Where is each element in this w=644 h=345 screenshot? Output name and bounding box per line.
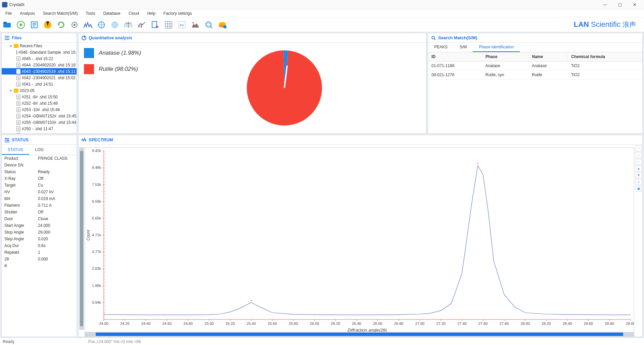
file-tree[interactable]: ▾Recent Files#046 -Standard Sample .shd …	[2, 43, 77, 133]
file-row[interactable]: #251 -8# .shd 15:50	[2, 94, 77, 100]
radiation-icon[interactable]	[42, 19, 54, 31]
file-row[interactable]: #043 -2304902019 .shd 15:11	[2, 68, 77, 75]
svg-text:27.40: 27.40	[457, 322, 467, 326]
file-row[interactable]: #045 - .shd 15:22	[2, 55, 77, 62]
up-tri-icon[interactable]: ▲	[636, 165, 642, 171]
spectrum-vscroll[interactable]	[79, 147, 84, 330]
svg-point-43	[223, 25, 227, 29]
h-arrows-icon[interactable]: ↔	[636, 159, 642, 165]
table-header[interactable]: Name	[528, 52, 568, 61]
table-icon[interactable]: ▦	[636, 186, 642, 192]
file-icon	[16, 50, 17, 55]
menubar: FileAnalysisSearch Match(S/M)ToolsDataba…	[0, 9, 644, 17]
h-arrows-icon[interactable]: ↔	[636, 152, 642, 158]
menu-file[interactable]: File	[1, 10, 16, 17]
file-icon	[16, 63, 20, 67]
refresh-icon[interactable]	[55, 19, 67, 31]
menu-search-match-s-m-[interactable]: Search Match(S/M)	[39, 10, 82, 17]
play-icon[interactable]	[15, 19, 27, 31]
status-row: Step Angle0.020	[2, 236, 77, 242]
file-icon	[16, 120, 20, 125]
files-panel-title: Files	[12, 35, 22, 40]
tab-log[interactable]: LOG	[29, 145, 50, 155]
table-header[interactable]: Chemical formula	[568, 52, 642, 61]
svg-text:5.65k: 5.65k	[92, 216, 101, 220]
tab-s-m[interactable]: S/M	[454, 43, 473, 52]
chart-mix-icon[interactable]	[136, 19, 148, 31]
dots-icon[interactable]: ⋯	[636, 145, 642, 151]
file-icon	[16, 95, 20, 99]
down-tri-icon[interactable]: ▼	[636, 172, 642, 178]
file-row[interactable]: #255 -GBW07153# .shd 15:44	[2, 119, 77, 126]
search-icon	[431, 35, 436, 41]
spectrum-panel: SPECTRUM 0.94k1.88k2.83k3.77k4.71k5.65k6…	[78, 135, 643, 337]
folder-icon	[14, 89, 18, 93]
grid-edit-icon[interactable]	[163, 19, 175, 31]
svg-text:24.20: 24.20	[120, 322, 130, 326]
svg-rect-27	[165, 21, 172, 28]
status-row: Filament0.711 A	[2, 202, 77, 209]
legend-swatch	[84, 48, 94, 58]
peaks-icon[interactable]	[82, 19, 94, 31]
fingerprint-icon[interactable]	[109, 19, 121, 31]
tab-phase-identification[interactable]: Phase identification	[473, 43, 520, 52]
mountain-icon[interactable]	[189, 19, 201, 31]
fit-icon[interactable]: ⤢	[636, 179, 642, 185]
spectrum-hscroll[interactable]	[85, 332, 634, 337]
tab-peaks[interactable]: PEAKS	[428, 43, 454, 52]
svg-text:7.53k: 7.53k	[92, 183, 101, 187]
cloud-db-icon[interactable]	[216, 19, 228, 31]
status-row: MA0.019 mA	[2, 195, 77, 202]
menu-tools[interactable]: Tools	[82, 10, 99, 17]
svg-rect-1	[3, 22, 7, 23]
scale-icon[interactable]	[122, 19, 134, 31]
file-row[interactable]: #253 -10# .shd 15:46	[2, 106, 77, 113]
menu-database[interactable]: Database	[99, 10, 124, 17]
brand-cn: 浪声	[623, 20, 636, 29]
bg-icon[interactable]: BG	[176, 19, 188, 31]
svg-text:24.00: 24.00	[99, 322, 108, 326]
table-row[interactable]: 00-021-1276Rutile, synRutileTiO2	[428, 70, 642, 80]
file-icon	[16, 114, 20, 118]
file-row[interactable]: #041 - .shd 14:51	[2, 81, 77, 87]
table-header[interactable]: Phase	[482, 52, 528, 61]
folder-row[interactable]: ▾2023-05	[2, 87, 77, 94]
svg-text:6.59k: 6.59k	[92, 199, 101, 203]
table-header[interactable]: ID	[428, 52, 482, 61]
svg-point-12	[74, 24, 76, 26]
svg-text:24.40: 24.40	[141, 322, 151, 326]
close-button[interactable]: ✕	[627, 0, 642, 9]
globe-search-icon[interactable]	[203, 19, 215, 31]
gear-icon[interactable]	[68, 19, 81, 31]
file-row[interactable]: #042 -2304902021 .shd 15:02	[2, 75, 77, 81]
menu-cloud[interactable]: Cloud	[125, 10, 143, 17]
svg-point-17	[113, 23, 117, 27]
maximize-button[interactable]: ▢	[612, 0, 627, 9]
folder-row[interactable]: ▾Recent Files	[2, 43, 77, 49]
table-row[interactable]: 01-071-1168AnataseAnataseTiO2	[428, 61, 642, 70]
svg-text:29.00: 29.00	[626, 322, 634, 326]
svg-text:25.20: 25.20	[226, 322, 235, 326]
tab-status[interactable]: STATUS	[2, 145, 29, 155]
minimize-button[interactable]: —	[598, 0, 612, 9]
target-icon[interactable]	[95, 19, 107, 31]
file-row[interactable]: #046 -Standard Sample .shd 15:27	[2, 49, 77, 55]
phase-table: IDPhaseNameChemical formula01-071-1168An…	[428, 52, 642, 80]
page-export-icon[interactable]	[149, 19, 161, 31]
report-icon[interactable]	[28, 19, 40, 31]
menu-help[interactable]: Help	[143, 10, 159, 17]
file-row[interactable]: #044 -2304902020 .shd 15:16	[2, 62, 77, 68]
menu-factory-settings[interactable]: Factory settings	[159, 10, 196, 17]
file-row[interactable]: #254 -GBW07152# .shd 15:45	[2, 113, 77, 119]
file-row[interactable]: #249 - .shd 9:35	[2, 132, 77, 133]
quant-panel: Quantitative analysis Anatase (1.98%)Rut…	[78, 33, 426, 134]
file-row[interactable]: #252 -9# .shd 15:48	[2, 100, 77, 106]
menu-analysis[interactable]: Analysis	[16, 10, 39, 17]
svg-text:26.40: 26.40	[352, 322, 361, 326]
file-icon	[16, 127, 20, 131]
status-row: Acq Dur0.6s	[2, 242, 77, 249]
svg-point-36	[192, 22, 194, 23]
spectrum-chart[interactable]: 0.94k1.88k2.83k3.77k4.71k5.65k6.59k7.53k…	[85, 148, 634, 334]
folder-open-icon[interactable]	[1, 19, 13, 31]
file-row[interactable]: #250 - .shd 11:47	[2, 126, 77, 132]
